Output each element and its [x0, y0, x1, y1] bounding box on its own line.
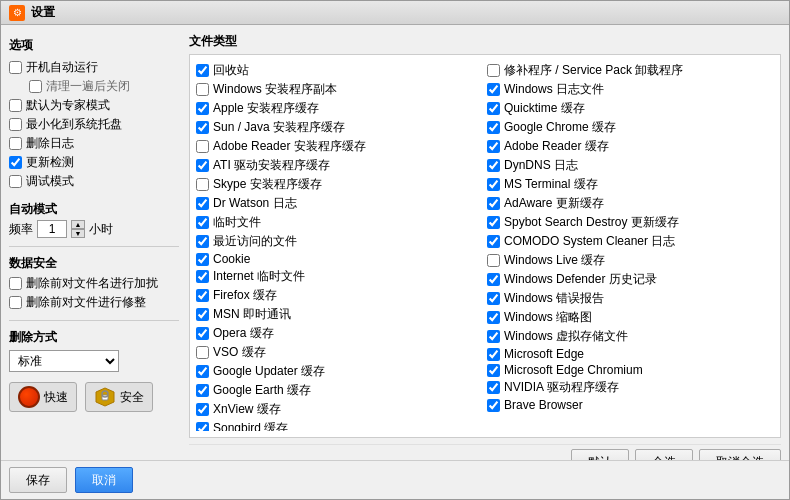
file-checkbox-col1-9[interactable]	[196, 235, 209, 248]
select-all-button[interactable]: 全选	[635, 449, 693, 460]
freq-input[interactable]	[37, 220, 67, 238]
delete-method-title: 删除方式	[9, 329, 179, 346]
option-checkbox-0[interactable]	[9, 61, 22, 74]
file-checkbox-col2-12[interactable]	[487, 292, 500, 305]
file-checkbox-col1-18[interactable]	[196, 403, 209, 416]
options-title: 选项	[9, 37, 179, 54]
file-label-col2-14: Windows 虚拟存储文件	[504, 328, 628, 345]
file-checkbox-col1-8[interactable]	[196, 216, 209, 229]
file-item-col2-11: Windows Defender 历史记录	[487, 270, 770, 289]
delete-method-select[interactable]: 标准 安全 极端安全	[9, 350, 119, 372]
file-item-col1-9: 最近访问的文件	[196, 232, 479, 251]
data-security-section: 数据安全 删除前对文件名进行加扰删除前对文件进行修整	[9, 246, 179, 312]
default-button[interactable]: 默认	[571, 449, 629, 460]
option-checkbox-4[interactable]	[9, 137, 22, 150]
option-item-6: 调试模式	[9, 172, 179, 191]
file-checkbox-col1-3[interactable]	[196, 121, 209, 134]
file-item-col1-19: Songbird 缓存	[196, 419, 479, 431]
auto-mode-section: 自动模式 频率 ▲ ▼ 小时	[9, 197, 179, 238]
file-checkbox-col1-11[interactable]	[196, 270, 209, 283]
safe-button[interactable]: 安全	[85, 382, 153, 412]
option-checkbox-1[interactable]	[29, 80, 42, 93]
file-checkbox-col1-10[interactable]	[196, 253, 209, 266]
file-label-col1-4: Adobe Reader 安装程序缓存	[213, 138, 366, 155]
freq-unit: 小时	[89, 221, 113, 238]
file-label-col1-10: Cookie	[213, 252, 250, 266]
file-checkbox-col1-17[interactable]	[196, 384, 209, 397]
file-checkbox-col1-5[interactable]	[196, 159, 209, 172]
file-checkbox-col2-14[interactable]	[487, 330, 500, 343]
file-item-col2-13: Windows 缩略图	[487, 308, 770, 327]
file-checkbox-col1-0[interactable]	[196, 64, 209, 77]
file-label-col2-16: Microsoft Edge Chromium	[504, 363, 643, 377]
file-checkbox-col1-16[interactable]	[196, 365, 209, 378]
option-label-2: 默认为专家模式	[26, 97, 110, 114]
file-item-col1-16: Google Updater 缓存	[196, 362, 479, 381]
quick-button[interactable]: 快速	[9, 382, 77, 412]
file-checkbox-col2-18[interactable]	[487, 399, 500, 412]
security-checkbox-0[interactable]	[9, 277, 22, 290]
file-item-col1-18: XnView 缓存	[196, 400, 479, 419]
file-checkbox-col2-1[interactable]	[487, 83, 500, 96]
file-checkbox-col2-10[interactable]	[487, 254, 500, 267]
deselect-all-button[interactable]: 取消全选	[699, 449, 781, 460]
file-checkbox-col2-15[interactable]	[487, 348, 500, 361]
file-label-col2-12: Windows 错误报告	[504, 290, 604, 307]
file-checkbox-col2-11[interactable]	[487, 273, 500, 286]
safe-icon	[94, 386, 116, 408]
option-item-3: 最小化到系统托盘	[9, 115, 179, 134]
file-checkbox-col2-8[interactable]	[487, 216, 500, 229]
file-checkbox-col1-1[interactable]	[196, 83, 209, 96]
file-item-col2-8: Spybot Search Destroy 更新缓存	[487, 213, 770, 232]
quick-icon	[18, 386, 40, 408]
option-checkbox-6[interactable]	[9, 175, 22, 188]
file-checkbox-col1-13[interactable]	[196, 308, 209, 321]
file-label-col1-2: Apple 安装程序缓存	[213, 100, 319, 117]
file-checkbox-col2-17[interactable]	[487, 381, 500, 394]
file-checkbox-col1-7[interactable]	[196, 197, 209, 210]
file-checkbox-col1-6[interactable]	[196, 178, 209, 191]
file-label-col1-0: 回收站	[213, 62, 249, 79]
security-checkbox-1[interactable]	[9, 296, 22, 309]
freq-down-btn[interactable]: ▼	[71, 229, 85, 238]
file-item-col1-10: Cookie	[196, 251, 479, 267]
safe-label: 安全	[120, 389, 144, 406]
file-checkbox-col1-2[interactable]	[196, 102, 209, 115]
security-item-0: 删除前对文件名进行加扰	[9, 274, 179, 293]
cancel-button[interactable]: 取消	[75, 467, 133, 493]
file-checkbox-col1-19[interactable]	[196, 422, 209, 431]
save-button[interactable]: 保存	[9, 467, 67, 493]
file-item-col2-10: Windows Live 缓存	[487, 251, 770, 270]
file-label-col2-1: Windows 日志文件	[504, 81, 604, 98]
file-checkbox-col2-7[interactable]	[487, 197, 500, 210]
options-list: 开机自动运行清理一遍后关闭默认为专家模式最小化到系统托盘删除日志更新检测调试模式	[9, 58, 179, 191]
file-checkbox-col2-0[interactable]	[487, 64, 500, 77]
file-checkbox-col1-14[interactable]	[196, 327, 209, 340]
file-item-col1-7: Dr Watson 日志	[196, 194, 479, 213]
file-checkbox-col2-9[interactable]	[487, 235, 500, 248]
file-checkbox-col2-3[interactable]	[487, 121, 500, 134]
file-checkbox-col2-6[interactable]	[487, 178, 500, 191]
file-item-col1-2: Apple 安装程序缓存	[196, 99, 479, 118]
file-checkbox-col2-2[interactable]	[487, 102, 500, 115]
file-label-col2-17: NVIDIA 驱动程序缓存	[504, 379, 619, 396]
file-checkbox-col1-12[interactable]	[196, 289, 209, 302]
file-checkbox-col1-4[interactable]	[196, 140, 209, 153]
file-item-col1-4: Adobe Reader 安装程序缓存	[196, 137, 479, 156]
file-item-col2-0: 修补程序 / Service Pack 卸载程序	[487, 61, 770, 80]
frequency-row: 频率 ▲ ▼ 小时	[9, 220, 179, 238]
file-checkbox-col2-5[interactable]	[487, 159, 500, 172]
option-checkbox-2[interactable]	[9, 99, 22, 112]
file-checkbox-col1-15[interactable]	[196, 346, 209, 359]
option-checkbox-3[interactable]	[9, 118, 22, 131]
file-item-col2-15: Microsoft Edge	[487, 346, 770, 362]
option-item-1: 清理一遍后关闭	[29, 77, 179, 96]
file-item-col2-18: Brave Browser	[487, 397, 770, 413]
freq-up-btn[interactable]: ▲	[71, 220, 85, 229]
security-list: 删除前对文件名进行加扰删除前对文件进行修整	[9, 274, 179, 312]
file-checkbox-col2-4[interactable]	[487, 140, 500, 153]
auto-mode-title: 自动模式	[9, 201, 179, 218]
file-checkbox-col2-13[interactable]	[487, 311, 500, 324]
file-checkbox-col2-16[interactable]	[487, 364, 500, 377]
option-checkbox-5[interactable]	[9, 156, 22, 169]
